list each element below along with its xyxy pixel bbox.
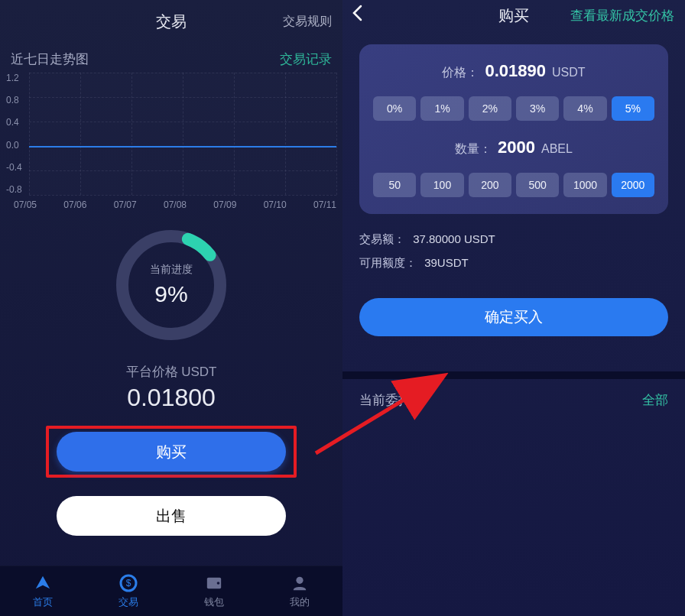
pct-chip-5[interactable]: 5% [612, 96, 654, 121]
percent-options: 0% 1% 2% 3% 4% 5% [373, 96, 654, 121]
chart-title: 近七日走势图 [11, 50, 89, 68]
trade-icon: $ [118, 573, 138, 593]
y-tick: 0.4 [6, 117, 22, 128]
pct-chip-0[interactable]: 0% [373, 96, 416, 121]
pct-chip-2[interactable]: 2% [469, 96, 511, 121]
amt-chip-4[interactable]: 1000 [563, 173, 606, 197]
rules-link[interactable]: 交易规则 [283, 14, 332, 30]
y-axis: 1.2 0.8 0.4 0.0 -0.4 -0.8 [6, 73, 22, 195]
amt-chip-0[interactable]: 50 [373, 173, 416, 197]
x-tick: 07/08 [164, 199, 187, 210]
confirm-buy-button[interactable]: 确定买入 [359, 298, 668, 336]
order-form-card: 价格： 0.01890 USDT 0% 1% 2% 3% 4% 5% 数量： 2… [359, 44, 668, 214]
wallet-icon [204, 573, 224, 593]
tab-wallet[interactable]: 钱包 [171, 566, 257, 616]
y-tick: 0.0 [6, 140, 22, 151]
page-title: 购买 [498, 5, 529, 26]
tab-label: 我的 [290, 595, 310, 609]
tab-home[interactable]: 首页 [0, 566, 86, 616]
x-tick: 07/07 [114, 199, 137, 210]
home-icon [33, 573, 53, 593]
header: 交易 交易规则 [0, 0, 342, 43]
qty-value: 2000 [498, 138, 535, 157]
trade-amount-label: 交易额： [359, 232, 405, 245]
tab-label: 钱包 [204, 595, 224, 609]
price-label: 平台价格 USDT [126, 363, 217, 381]
amt-chip-2[interactable]: 200 [469, 173, 511, 197]
back-icon[interactable] [352, 5, 362, 26]
trade-amount-line: 交易额： 37.80000 USDT [342, 228, 685, 251]
progress-label: 当前进度 [150, 263, 193, 277]
buy-screen: 购买 查看最新成交价格 价格： 0.01890 USDT 0% 1% 2% 3%… [342, 0, 685, 616]
x-tick: 07/06 [63, 199, 86, 210]
y-tick: 0.8 [6, 95, 22, 105]
latest-price-link[interactable]: 查看最新成交价格 [570, 7, 674, 24]
price-unit: USDT [552, 66, 586, 79]
page-title: 交易 [156, 11, 187, 32]
y-tick: -0.4 [6, 162, 22, 173]
orders-all-link[interactable]: 全部 [642, 391, 668, 409]
x-tick: 07/11 [313, 199, 336, 210]
price-label: 价格： [442, 65, 479, 81]
progress-section: 当前进度 9% 平台价格 USDT 0.01800 [0, 210, 342, 412]
x-axis: 07/05 07/06 07/07 07/08 07/09 07/10 07/1… [14, 199, 336, 210]
pct-chip-4[interactable]: 4% [563, 96, 606, 121]
trend-chart: 1.2 0.8 0.4 0.0 -0.4 -0.8 07/05 07/06 [0, 73, 342, 210]
pct-chip-3[interactable]: 3% [516, 96, 559, 121]
orders-header: 当前委托 全部 [342, 379, 685, 421]
amt-chip-1[interactable]: 100 [420, 173, 463, 197]
trade-amount-value: 37.80000 USDT [413, 232, 495, 245]
trade-screen: 交易 交易规则 近七日走势图 交易记录 1.2 0.8 0.4 0.0 -0.4… [0, 0, 342, 616]
price-value: 0.01800 [127, 384, 216, 412]
amount-options: 50 100 200 500 1000 2000 [373, 173, 654, 197]
sell-button[interactable]: 出售 [57, 496, 286, 536]
svg-point-6 [296, 577, 303, 584]
chart-series-line [29, 146, 336, 148]
svg-point-5 [217, 582, 220, 585]
sub-header: 近七日走势图 交易记录 [0, 43, 342, 73]
section-divider [342, 371, 685, 379]
available-label: 可用额度： [359, 256, 417, 269]
x-tick: 07/05 [14, 199, 37, 210]
available-line: 可用额度： 39USDT [342, 251, 685, 275]
tab-label: 交易 [118, 595, 138, 609]
y-tick: 1.2 [6, 73, 22, 83]
available-value: 39USDT [424, 256, 469, 269]
svg-text:$: $ [126, 578, 131, 588]
x-tick: 07/09 [213, 199, 236, 210]
orders-title: 当前委托 [359, 391, 411, 409]
y-tick: -0.8 [6, 184, 22, 195]
qty-unit: ABEL [541, 142, 573, 156]
tab-profile[interactable]: 我的 [257, 566, 342, 616]
price-value: 0.01890 [485, 61, 546, 81]
annotation-highlight: 购买 [46, 426, 297, 478]
pct-chip-1[interactable]: 1% [420, 96, 463, 121]
progress-value: 9% [154, 281, 187, 307]
x-tick: 07/10 [264, 199, 287, 210]
records-link[interactable]: 交易记录 [280, 50, 332, 68]
qty-label: 数量： [455, 141, 492, 157]
buy-button[interactable]: 购买 [57, 432, 286, 472]
tab-trade[interactable]: $ 交易 [86, 566, 171, 616]
chart-grid [29, 73, 336, 195]
amt-chip-3[interactable]: 500 [516, 173, 559, 197]
amt-chip-5[interactable]: 2000 [612, 173, 654, 197]
profile-icon [290, 573, 310, 593]
tabbar: 首页 $ 交易 钱包 我的 [0, 566, 342, 616]
progress-ring: 当前进度 9% [110, 224, 232, 346]
header: 购买 查看最新成交价格 [342, 0, 685, 31]
tab-label: 首页 [33, 595, 53, 609]
